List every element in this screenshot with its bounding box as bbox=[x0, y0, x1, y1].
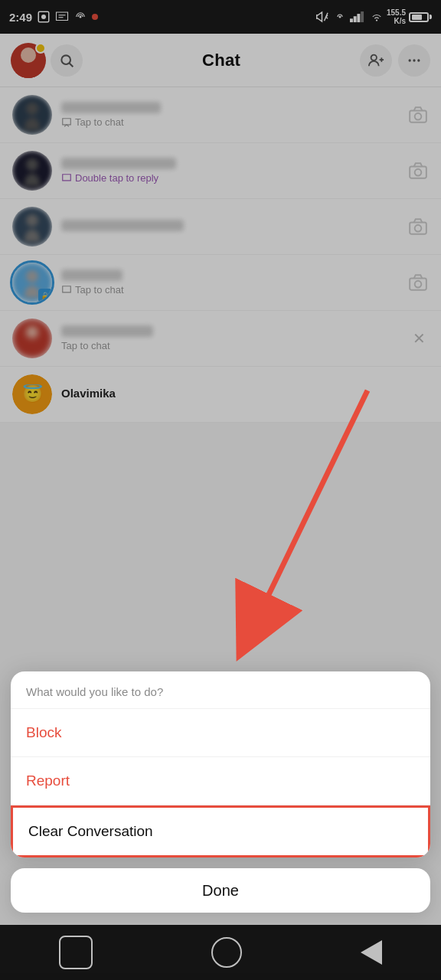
action-sheet: What would you like to do? Block Report … bbox=[11, 671, 430, 858]
clear-conversation-label: Clear Conversation bbox=[28, 823, 153, 839]
done-button[interactable]: Done bbox=[11, 868, 430, 913]
sheet-question: What would you like to do? bbox=[26, 685, 163, 698]
block-label: Block bbox=[26, 724, 61, 740]
report-label: Report bbox=[26, 773, 70, 789]
report-option[interactable]: Report bbox=[11, 757, 430, 805]
sheet-header: What would you like to do? bbox=[11, 671, 430, 709]
clear-conversation-option[interactable]: Clear Conversation bbox=[11, 805, 430, 858]
block-option[interactable]: Block bbox=[11, 709, 430, 757]
